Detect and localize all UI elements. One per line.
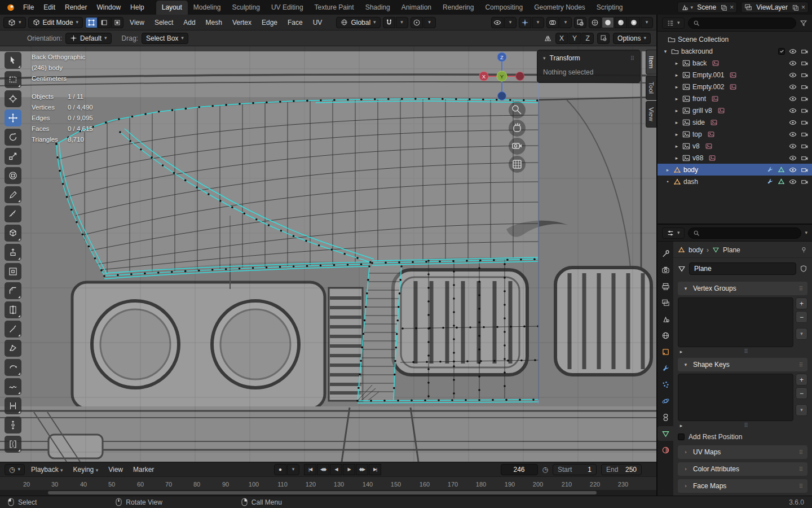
- menu-mesh[interactable]: Mesh: [202, 16, 226, 29]
- face-maps-panel-header[interactable]: › Face Maps ⠿: [678, 479, 807, 493]
- new-scene-icon[interactable]: [720, 4, 727, 11]
- camera-visibility-icon[interactable]: [801, 142, 809, 150]
- current-frame-field[interactable]: 246: [501, 464, 538, 475]
- menu-view[interactable]: View: [126, 16, 148, 29]
- breadcrumb-data[interactable]: Plane: [723, 246, 740, 254]
- tool-tweak[interactable]: [5, 52, 21, 69]
- menu-edit[interactable]: Edit: [39, 2, 60, 13]
- tool-knife[interactable]: [5, 321, 21, 338]
- tab-material-properties[interactable]: [657, 443, 673, 457]
- auto-keying-options[interactable]: ▾: [287, 464, 299, 475]
- tab-physics-properties[interactable]: [657, 393, 673, 408]
- collection-checkbox[interactable]: [778, 48, 785, 55]
- menu-keying[interactable]: Keying ▾: [69, 463, 103, 476]
- tool-spin[interactable]: [5, 359, 21, 376]
- shading-options-button[interactable]: ▾: [641, 17, 653, 28]
- color-attributes-panel-header[interactable]: › Color Attributes ⠿: [678, 462, 807, 476]
- expand-icon[interactable]: ▸: [673, 60, 680, 66]
- outliner-row-side[interactable]: ▸ side: [657, 116, 812, 128]
- eye-icon[interactable]: [789, 47, 797, 55]
- view-layer-selector[interactable]: ViewLayer ×: [741, 2, 809, 13]
- jump-to-start-button[interactable]: |◀: [304, 464, 316, 475]
- tab-geometry-nodes[interactable]: Geometry Nodes: [528, 1, 591, 15]
- expand-icon[interactable]: ▸: [673, 72, 680, 78]
- tool-poly-build[interactable]: [5, 340, 21, 357]
- camera-visibility-icon[interactable]: [801, 59, 809, 67]
- outliner-row-front[interactable]: ▸ front: [657, 93, 812, 104]
- viewport-3d[interactable]: Z X Y: [0, 46, 656, 462]
- pan-hand-button[interactable]: [509, 120, 526, 137]
- remove-layer-icon[interactable]: ×: [801, 3, 805, 11]
- visibility-options-button[interactable]: ▾: [504, 17, 517, 28]
- proportional-falloff-button[interactable]: ▾: [423, 17, 436, 28]
- live-unwrap-toggle[interactable]: [597, 33, 610, 44]
- snap-toggle[interactable]: [383, 17, 395, 28]
- eye-icon[interactable]: [789, 154, 797, 162]
- add-shape-key-button[interactable]: +: [796, 374, 807, 386]
- camera-view-button[interactable]: [509, 138, 526, 155]
- menu-tl-view[interactable]: View: [104, 463, 127, 476]
- expand-icon[interactable]: ▸: [673, 132, 680, 137]
- menu-uv[interactable]: UV: [309, 16, 326, 29]
- expand-icon[interactable]: ▸: [673, 120, 680, 125]
- timeline-ruler[interactable]: 20 30 40 50 60 70 80 90 100 110 120 130 …: [0, 476, 656, 490]
- camera-visibility-icon[interactable]: [801, 83, 809, 91]
- eye-icon[interactable]: [789, 166, 797, 174]
- tab-constraint-properties[interactable]: [657, 410, 673, 424]
- tab-compositing[interactable]: Compositing: [479, 1, 528, 15]
- outliner-row-scene-collection[interactable]: Scene Collection: [657, 33, 812, 45]
- list-resize-grip[interactable]: ⠿: [744, 422, 748, 428]
- vertex-group-specials-button[interactable]: ▾: [796, 328, 807, 340]
- tab-scene-properties[interactable]: [657, 312, 673, 326]
- outliner-row-empty-001[interactable]: ▸ Empty.001: [657, 69, 812, 81]
- vertex-groups-list[interactable]: [678, 297, 793, 347]
- xray-toggle[interactable]: [574, 17, 586, 28]
- remove-shape-key-button[interactable]: −: [796, 387, 807, 399]
- uv-maps-panel-header[interactable]: › UV Maps ⠿: [678, 445, 807, 459]
- tab-object-data-properties[interactable]: [657, 426, 673, 441]
- menu-file[interactable]: File: [19, 2, 38, 13]
- properties-search-input[interactable]: [703, 229, 797, 237]
- camera-visibility-icon[interactable]: [801, 166, 809, 174]
- tool-inset[interactable]: [5, 263, 21, 280]
- filter-expand-icon[interactable]: ▸: [678, 349, 685, 354]
- unlink-scene-icon[interactable]: ×: [730, 3, 734, 11]
- tab-tool-properties[interactable]: [657, 246, 673, 261]
- tab-uv-editing[interactable]: UV Editing: [266, 1, 309, 15]
- collapse-panel-icon[interactable]: ▾: [543, 56, 546, 61]
- menu-edge[interactable]: Edge: [258, 16, 281, 29]
- tab-scripting[interactable]: Scripting: [591, 1, 629, 15]
- sidebar-tab-item[interactable]: Item: [646, 50, 656, 75]
- remove-vertex-group-button[interactable]: −: [796, 311, 807, 323]
- expand-icon[interactable]: ▸: [673, 108, 680, 113]
- eye-icon[interactable]: [789, 71, 797, 79]
- tool-rotate[interactable]: [5, 129, 21, 146]
- expand-icon[interactable]: ▸: [673, 143, 680, 149]
- tool-scale[interactable]: [5, 148, 21, 165]
- camera-visibility-icon[interactable]: [801, 178, 809, 186]
- wireframe-shading-button[interactable]: [589, 17, 601, 28]
- proportional-edit-toggle[interactable]: [411, 17, 423, 28]
- editor-type-button[interactable]: ▾: [3, 17, 26, 28]
- tool-select-box[interactable]: [5, 71, 21, 88]
- eye-icon[interactable]: [789, 142, 797, 150]
- pin-icon[interactable]: [800, 246, 807, 253]
- tool-bevel[interactable]: [5, 282, 21, 299]
- menu-playback[interactable]: Playback ▾: [27, 463, 67, 476]
- menu-render[interactable]: Render: [60, 2, 91, 13]
- menu-face[interactable]: Face: [284, 16, 307, 29]
- outliner-editor-type-button[interactable]: ▾: [662, 17, 685, 29]
- tab-render-properties[interactable]: [657, 262, 673, 277]
- tab-modeling[interactable]: Modeling: [188, 1, 227, 15]
- tab-modifier-properties[interactable]: [657, 361, 673, 375]
- tab-particle-properties[interactable]: [657, 377, 673, 392]
- preview-range-icon[interactable]: ◷: [542, 466, 548, 474]
- tab-shading[interactable]: Shading: [360, 1, 396, 15]
- outliner-search-input[interactable]: [703, 19, 791, 27]
- modifier-wrench-icon[interactable]: [766, 178, 774, 185]
- outliner-row-dash[interactable]: • dash: [657, 176, 812, 187]
- mesh-badge-icon[interactable]: [778, 178, 785, 185]
- menu-vertex[interactable]: Vertex: [228, 16, 255, 29]
- outliner-row-top[interactable]: ▸ top: [657, 128, 812, 140]
- properties-search[interactable]: [688, 227, 802, 239]
